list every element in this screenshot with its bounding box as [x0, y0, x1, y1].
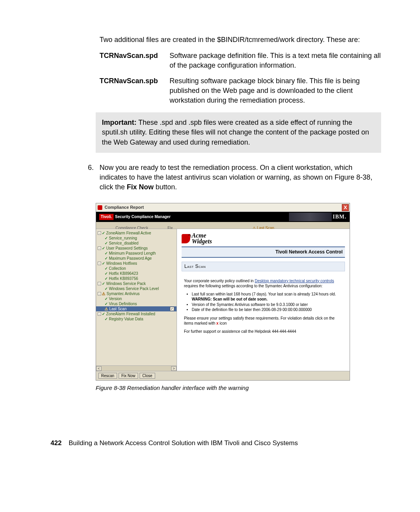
tree-item[interactable]: -⚠Symantec Antivirus — [96, 291, 177, 296]
tree-item[interactable]: ✓Maximum Password Age — [96, 256, 177, 261]
brand-product-name: Security Compliance Manager — [115, 214, 171, 220]
tree-item[interactable]: ✓Minimum Password Length — [96, 251, 177, 256]
collapse-toggle-icon[interactable]: - — [98, 246, 101, 250]
close-icon[interactable]: X — [342, 204, 349, 211]
step-text: Now you are ready to test the remediatio… — [100, 163, 381, 192]
column-headers: Compliance Check Fix Now ⚠ Last Scan — [96, 222, 350, 229]
tree-item-label: Maximum Password Age — [109, 256, 152, 261]
tree-item-label: Minimum Password Length — [109, 251, 156, 256]
page-number: 422 — [51, 439, 61, 448]
check-icon: ✓ — [102, 311, 105, 317]
tree-item-label: Hotfix KB893756 — [109, 276, 138, 281]
definition-list: TCRNavScan.spd Software package definiti… — [100, 51, 381, 105]
collapse-toggle-icon[interactable]: - — [98, 292, 101, 295]
horizontal-scrollbar[interactable]: <> — [96, 365, 177, 371]
tree-item-label: Collection — [109, 266, 126, 271]
check-icon: ✓ — [105, 241, 108, 246]
fixnow-button[interactable]: Fix Now — [119, 373, 138, 379]
detail-pane: AcmeWidgets Tivoli Network Access Contro… — [177, 229, 350, 371]
check-icon: ✓ — [105, 266, 108, 271]
check-icon: ✓ — [105, 301, 108, 307]
figure-caption: Figure 8-38 Remediation handler interfac… — [96, 384, 381, 392]
tree-item-label: User Password Settings — [106, 246, 148, 251]
check-icon: ✓ — [102, 281, 105, 287]
scroll-left-icon[interactable]: < — [96, 366, 102, 371]
check-icon: ✓ — [105, 276, 108, 281]
scroll-right-icon[interactable]: > — [171, 366, 177, 371]
tree-item[interactable]: ✓Service_disabled — [96, 241, 177, 246]
tree-item-label: ZoneAlarm Firewall Active — [106, 231, 151, 236]
collapse-toggle-icon[interactable]: - — [98, 282, 101, 285]
tree-item[interactable]: ⚠Last Scan✓ — [96, 306, 177, 311]
tree-item[interactable]: -✓User Password Settings — [96, 246, 177, 251]
tree-item-label: Registry Value Data — [109, 316, 143, 322]
book-title: Building a Network Access Control Soluti… — [68, 439, 298, 448]
violation-hint: Please ensure your settings satisfy thes… — [184, 316, 343, 326]
tree-item-label: Windows Service Pack — [106, 281, 146, 287]
rescan-button[interactable]: Rescan — [98, 373, 117, 379]
def-desc-spb: Resulting software package block binary … — [170, 76, 381, 106]
policy-intro: Your corporate security policy outlined … — [184, 278, 343, 288]
tree-item-label: Version — [109, 296, 122, 302]
tree-item[interactable]: ✓Version — [96, 296, 177, 301]
tree-item[interactable]: ✓Registry Value Data — [96, 316, 177, 322]
check-icon: ✓ — [102, 231, 105, 236]
tree-item[interactable]: -✓ZoneAlarm Firewall Active — [96, 231, 177, 236]
requirement-item: Date of the definition file to be later … — [192, 307, 343, 313]
requirement-item: Version of the Symantec Antivirus softwa… — [192, 302, 343, 308]
warning-icon: ⚠ — [102, 291, 105, 297]
section-header-last-scan: Last Scan — [182, 262, 345, 271]
tree-item[interactable]: ✓Service_running — [96, 236, 177, 241]
ibm-logo: IBM. — [333, 213, 347, 221]
intro-paragraph: Two additional files are created in the … — [100, 35, 381, 45]
brand-bar: Tivoli. Security Compliance Manager IBM. — [96, 212, 350, 222]
tree-item[interactable]: -✓Windows Hotfixes — [96, 261, 177, 266]
tree-item[interactable]: ✓Hotfix KB896423 — [96, 271, 177, 276]
helpdesk-line: For further support or assistence call t… — [184, 329, 343, 334]
step-number: 6. — [88, 163, 100, 192]
tree-item-label: Virus Definitions — [109, 301, 137, 307]
tree-item[interactable]: ✓Collection — [96, 266, 177, 271]
tree-item-label: ZoneAlarm Firewall Installed — [106, 311, 155, 317]
page-footer: 422 Building a Network Access Control So… — [51, 439, 381, 448]
policy-link[interactable]: Desktop mandatory technical security con… — [255, 279, 334, 283]
tree-item[interactable]: -✓ZoneAlarm Firewall Installed — [96, 311, 177, 316]
check-icon: ✓ — [105, 256, 108, 261]
note-body: These .spd and .spb files were created a… — [102, 119, 369, 146]
step-6: 6. Now you are ready to test the remedia… — [88, 163, 381, 192]
note-label: Important: — [102, 119, 136, 126]
tree-item-label: Last Scan — [109, 306, 126, 312]
check-icon: ✓ — [105, 286, 108, 292]
window-titlebar: Compliance Report X — [96, 203, 350, 212]
warning-icon: ⚠ — [105, 306, 108, 312]
tree-item[interactable]: ✓Hotfix KB893756 — [96, 276, 177, 281]
check-icon: ✓ — [102, 246, 105, 251]
def-term-spd: TCRNavScan.spd — [100, 51, 170, 70]
collapse-toggle-icon[interactable]: - — [98, 231, 101, 235]
tree-item-label: Windows Hotfixes — [106, 261, 137, 266]
tnac-header: Tivoli Network Access Control — [182, 246, 345, 258]
tree-item-label: Service_disabled — [109, 241, 138, 246]
compliance-tree[interactable]: -✓ZoneAlarm Firewall Active✓Service_runn… — [96, 229, 177, 371]
important-note: Important: These .spd and .spb files wer… — [96, 112, 381, 153]
collapse-toggle-icon[interactable]: - — [98, 262, 101, 265]
check-icon: ✓ — [105, 251, 108, 256]
tree-item-label: Symantec Antivirus — [107, 291, 140, 297]
app-icon — [98, 205, 102, 210]
fixnow-checkbox[interactable]: ✓ — [170, 307, 174, 311]
brand-image — [289, 213, 332, 221]
requirements-list: Last full scan within last 168 hours (7 … — [192, 292, 343, 313]
window-title: Compliance Report — [105, 204, 144, 210]
tree-item[interactable]: ✓Windows Service Pack Level — [96, 286, 177, 291]
tree-item[interactable]: ✓Virus Definitions — [96, 301, 177, 306]
check-icon: ✓ — [102, 261, 105, 266]
requirement-item: Last full scan within last 168 hours (7 … — [192, 292, 343, 302]
acme-logo: AcmeWidgets — [182, 233, 212, 244]
close-button[interactable]: Close — [140, 373, 155, 379]
def-desc-spd: Software package definition file. This i… — [170, 51, 381, 70]
collapse-toggle-icon[interactable]: - — [98, 312, 101, 316]
warning-text: WARNING: Scan will be out of date soon. — [192, 297, 268, 301]
tivoli-logo: Tivoli. — [99, 214, 114, 220]
tree-item[interactable]: -✓Windows Service Pack — [96, 281, 177, 286]
check-icon: ✓ — [105, 271, 108, 276]
